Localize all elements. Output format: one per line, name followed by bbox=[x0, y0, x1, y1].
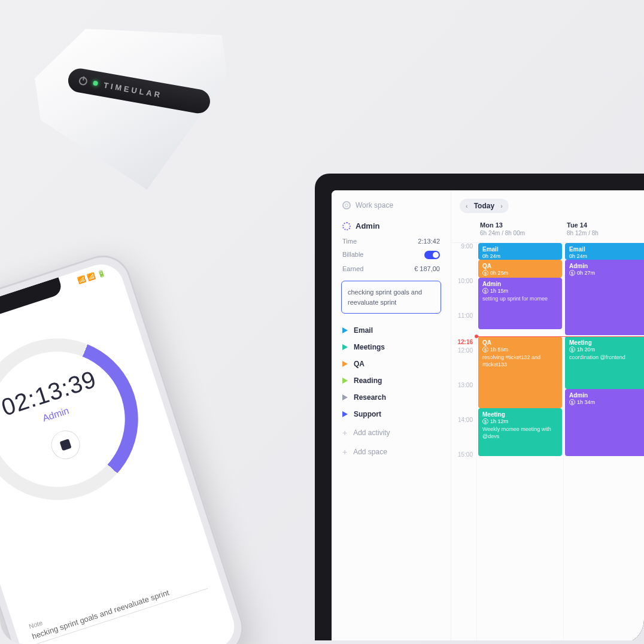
activity-item-reading[interactable]: Reading bbox=[339, 372, 443, 389]
chevron-left-icon[interactable]: ‹ bbox=[466, 202, 468, 209]
event-qa[interactable]: QA$ 0h 26m bbox=[478, 260, 562, 278]
event-admin[interactable]: Admin$ 1h 15msetting up sprint for momee bbox=[478, 278, 562, 329]
activity-name: Research bbox=[354, 393, 386, 402]
event-admin[interactable]: Admin$ 0h 27m bbox=[565, 260, 644, 335]
time-label: 10:00 bbox=[451, 278, 476, 312]
event-duration: 0h 24m bbox=[569, 253, 644, 259]
app-screen: Work space Admin Time 2:13:42 Billable E… bbox=[332, 190, 644, 640]
event-duration: $ 1h 20m bbox=[569, 347, 644, 353]
event-duration: $ 0h 27m bbox=[569, 270, 644, 276]
day-header-mon: Mon 13 6h 24m / 8h 00m bbox=[476, 221, 563, 236]
billable-toggle[interactable] bbox=[424, 251, 440, 259]
workspace-header[interactable]: Work space bbox=[339, 199, 443, 212]
activity-note-input[interactable]: checking sprint goals and reevaluate spr… bbox=[341, 281, 441, 314]
event-admin[interactable]: Admin$ 1h 34m bbox=[565, 389, 644, 456]
event-title: QA bbox=[482, 339, 558, 346]
event-title: Admin bbox=[482, 281, 558, 287]
billable-icon: $ bbox=[482, 347, 488, 353]
note-input[interactable]: hecking sprint goals and reevaluate spri… bbox=[31, 576, 208, 644]
time-label: 12:00 bbox=[451, 347, 476, 382]
stop-icon bbox=[59, 439, 71, 451]
activity-item-meetings[interactable]: Meetings bbox=[339, 339, 443, 356]
plus-icon: + bbox=[342, 428, 347, 438]
play-icon bbox=[342, 361, 348, 367]
event-description: resolving #ticket132 and #ticket133 bbox=[482, 354, 558, 368]
timer-ring: 02:13:39 Admin bbox=[0, 317, 159, 521]
event-title: Email bbox=[569, 246, 644, 253]
tracker-brand: TIMEULAR bbox=[103, 80, 163, 99]
calendar-days-header: Mon 13 6h 24m / 8h 00m Tue 14 8h 12m / 8… bbox=[451, 218, 644, 243]
workspace-icon bbox=[342, 201, 351, 209]
play-icon bbox=[342, 344, 348, 350]
day-header-tue: Tue 14 8h 12m / 8h bbox=[563, 221, 644, 236]
billable-icon: $ bbox=[569, 347, 575, 353]
event-duration: $ 1h 56m bbox=[482, 347, 558, 353]
activity-item-research[interactable]: Research bbox=[339, 389, 443, 406]
billable-icon: $ bbox=[482, 288, 488, 294]
event-title: Admin bbox=[569, 392, 644, 399]
calendar-grid: 9:0010:0011:0012:1612:0013:0014:0015:00 … bbox=[451, 243, 644, 640]
tracker-device: TIMEULAR bbox=[29, 7, 271, 239]
chevron-right-icon[interactable]: › bbox=[500, 202, 503, 209]
event-description: setting up sprint for momee bbox=[482, 296, 558, 303]
event-title: Admin bbox=[569, 263, 644, 269]
add-activity-button[interactable]: + Add activity bbox=[339, 424, 443, 442]
calendar-view: ‹ Today › Mon 13 6h 24m / 8h 00m Tue 14 … bbox=[451, 190, 644, 640]
day-column-tue[interactable]: Email 0h 24mAdmin$ 0h 27mMeeting$ 1h 20m… bbox=[563, 243, 644, 640]
stat-billable: Billable bbox=[339, 248, 443, 262]
calendar-header: ‹ Today › bbox=[451, 190, 644, 218]
event-duration: $ 1h 34m bbox=[569, 399, 644, 405]
note-section: Note hecking sprint goals and reevaluate… bbox=[28, 567, 208, 644]
activity-name: Support bbox=[354, 410, 381, 418]
laptop-mockup: Work space Admin Time 2:13:42 Billable E… bbox=[315, 174, 644, 640]
time-label: 15:00 bbox=[451, 451, 476, 486]
activity-name: QA bbox=[354, 360, 364, 368]
plus-icon: + bbox=[342, 447, 347, 457]
billable-icon: $ bbox=[569, 399, 575, 405]
activity-indicator bbox=[342, 222, 351, 230]
activity-name: Reading bbox=[354, 376, 382, 385]
event-title: Email bbox=[482, 246, 558, 253]
sidebar: Work space Admin Time 2:13:42 Billable E… bbox=[332, 190, 451, 640]
status-led bbox=[93, 80, 98, 86]
workspace-label: Work space bbox=[356, 201, 393, 209]
current-time-line bbox=[476, 336, 644, 337]
stat-earned: Earned € 187,00 bbox=[339, 263, 443, 275]
phone-screen: 15:37 ◂ 📶 📶 🔋 02:13:39 Admin Note heckin… bbox=[0, 259, 240, 644]
play-icon bbox=[342, 394, 348, 400]
stat-time: Time 2:13:42 bbox=[339, 235, 443, 247]
stop-button[interactable] bbox=[47, 427, 83, 463]
event-title: Meeting bbox=[569, 339, 644, 346]
event-email[interactable]: Email 0h 24m bbox=[565, 243, 644, 260]
event-meeting[interactable]: Meeting$ 1h 12mWeekly momee meeting with… bbox=[478, 408, 562, 456]
event-duration: 0h 24m bbox=[482, 253, 558, 259]
event-duration: $ 1h 12m bbox=[482, 418, 558, 424]
event-meeting[interactable]: Meeting$ 1h 20mcoordination @frontend bbox=[565, 336, 644, 389]
current-activity-name: Admin bbox=[356, 221, 379, 230]
billable-icon: $ bbox=[569, 270, 575, 276]
status-icons: 📶 📶 🔋 bbox=[77, 269, 107, 286]
play-icon bbox=[342, 378, 348, 384]
activity-name: Meetings bbox=[354, 343, 385, 351]
billable-icon: $ bbox=[482, 418, 488, 424]
time-label: 9:00 bbox=[451, 243, 476, 278]
event-title: QA bbox=[482, 263, 558, 269]
billable-icon: $ bbox=[482, 270, 488, 276]
power-icon bbox=[78, 76, 88, 86]
activity-item-qa[interactable]: QA bbox=[339, 356, 443, 372]
event-email[interactable]: Email 0h 24m bbox=[478, 243, 562, 260]
activity-item-email[interactable]: Email bbox=[339, 322, 443, 339]
activity-name: Email bbox=[354, 326, 373, 335]
event-duration: $ 0h 26m bbox=[482, 270, 558, 276]
today-selector[interactable]: ‹ Today › bbox=[460, 199, 509, 213]
event-description: coordination @frontend bbox=[569, 354, 644, 362]
tracker-body bbox=[29, 10, 242, 203]
play-icon bbox=[342, 411, 348, 417]
day-column-mon[interactable]: Email 0h 24mQA$ 0h 26mAdmin$ 1h 15msetti… bbox=[476, 243, 563, 640]
event-description: Weekly momee meeting with @devs bbox=[482, 426, 558, 440]
add-space-button[interactable]: + Add space bbox=[339, 443, 443, 461]
phone-mockup: 15:37 ◂ 📶 📶 🔋 02:13:39 Admin Note heckin… bbox=[0, 248, 251, 644]
current-activity-row[interactable]: Admin bbox=[339, 218, 443, 234]
event-qa[interactable]: QA$ 1h 56mresolving #ticket132 and #tick… bbox=[478, 336, 562, 408]
activity-item-support[interactable]: Support bbox=[339, 406, 443, 423]
